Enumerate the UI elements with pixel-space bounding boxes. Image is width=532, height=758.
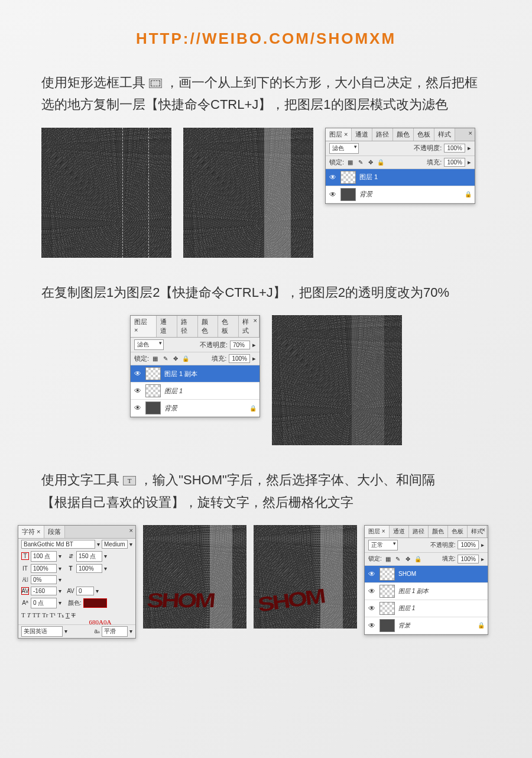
lock-transparent-icon[interactable]: ▦ [346,158,354,166]
lock-transparent-icon[interactable]: ▦ [151,355,159,362]
lock-brush-icon[interactable]: ✎ [161,355,169,362]
panel-tab[interactable]: 路径 [372,128,393,141]
tracking-input[interactable]: -160 [31,587,57,595]
kerning-icon: AV [67,587,74,595]
visibility-eye-icon[interactable]: 👁 [329,190,337,199]
visibility-eye-icon[interactable]: 👁 [134,387,142,395]
lock-all-icon[interactable]: 🔒 [414,555,422,563]
layer-name: 图层 1 副本 [398,587,429,595]
fill-input[interactable]: 100% [444,158,465,167]
panel-tab[interactable]: 通道 [352,128,372,141]
asphalt-shom-2: SHOM [254,525,357,629]
lock-move-icon[interactable]: ✥ [404,555,412,563]
layer-row[interactable]: 👁背景🔒 [326,186,475,203]
panel-tabs: 图层 ×通道路径颜色色板样式× [131,316,259,338]
layer-row[interactable]: 👁SHOM [365,566,488,583]
lock-brush-icon[interactable]: ✎ [356,158,364,166]
lock-move-icon[interactable]: ✥ [171,355,179,362]
layer-thumbnail [145,401,161,414]
font-family-select[interactable]: BankGothic Md BT [21,540,95,549]
fill-input[interactable]: 100% [458,555,479,563]
lock-row: 锁定:▦✎✥🔒填充:100%▸ [326,156,475,169]
layer-name: SHOM [398,571,416,577]
lock-label: 锁定: [329,158,344,167]
panel-tab[interactable]: 颜色 [393,128,414,141]
leading-input[interactable]: 150 点 [76,551,102,562]
char-tab[interactable]: 字符 × [18,526,44,538]
kerning-input[interactable]: 0 [76,587,94,595]
lock-all-icon[interactable]: 🔒 [181,355,189,362]
visibility-eye-icon[interactable]: 👁 [368,587,376,595]
panel-tab[interactable]: 通道 [390,526,409,537]
close-icon[interactable]: × [254,317,257,324]
blend-row: 正常不透明度:100%▸ [365,538,488,553]
panel-tab[interactable]: 样式 [434,128,455,141]
opacity-input[interactable]: 100% [444,144,465,153]
visibility-eye-icon[interactable]: 👁 [134,370,142,378]
layer-row[interactable]: 👁图层 1 [326,169,475,186]
layer-row[interactable]: 👁背景🔒 [365,617,488,634]
layer-row[interactable]: 👁图层 1 副本 [365,583,488,600]
language-select[interactable]: 美国英语 [21,626,63,637]
panel-tab[interactable]: 通道 [157,316,177,337]
baseline-pct-input[interactable]: 0% [31,575,57,584]
layer-row[interactable]: 👁背景🔒 [131,400,259,417]
hscale-icon: T [67,565,74,572]
panel-tab[interactable]: 色板 [448,526,468,537]
lock-all-icon[interactable]: 🔒 [377,158,384,166]
layers-panel-3: 图层 ×通道路径颜色色板样式×正常不透明度:100%▸锁定:▦✎✥🔒填充:100… [364,525,488,635]
panel-tab[interactable]: 路径 [177,316,198,337]
opacity-arrow-icon[interactable]: ▸ [481,542,484,548]
lock-move-icon[interactable]: ✥ [366,158,374,166]
antialias-select[interactable]: 平滑 [102,626,128,637]
lock-transparent-icon[interactable]: ▦ [384,555,392,563]
blend-mode-select[interactable]: 正常 [368,540,398,550]
panel-tab[interactable]: 图层 × [326,128,352,141]
layers-list: 👁SHOM👁图层 1 副本👁图层 1👁背景🔒 [365,566,488,634]
panel-tabs: 图层 ×通道路径颜色色板样式× [326,128,475,141]
fill-arrow-icon[interactable]: ▸ [468,158,471,166]
visibility-eye-icon[interactable]: 👁 [134,404,142,412]
visibility-eye-icon[interactable]: 👁 [368,570,376,578]
step1-text: 使用矩形选框工具 ，画一个从上到下的长方形，大小自己决定，然后把框选的地方复制一… [0,66,532,128]
layer-thumbnail [379,585,395,598]
visibility-eye-icon[interactable]: 👁 [368,621,376,630]
opacity-arrow-icon[interactable]: ▸ [252,341,256,349]
blend-mode-select[interactable]: 滤色 [329,143,359,154]
fill-arrow-icon[interactable]: ▸ [481,556,484,562]
layer-row[interactable]: 👁图层 1 [131,383,259,400]
lock-brush-icon[interactable]: ✎ [394,555,402,563]
step3-text-b: ，输入"SHOM"字后，然后选择字体、大小、和间隔 [140,472,435,487]
step3-text-a: 使用文字工具 [41,472,119,487]
panel-tab[interactable]: 路径 [409,526,429,537]
text-color-swatch[interactable] [83,598,107,608]
panel-tab[interactable]: 颜色 [429,526,448,537]
opacity-input[interactable]: 70% [230,341,250,349]
opacity-input[interactable]: 100% [458,540,479,549]
layer-row[interactable]: 👁图层 1 [365,600,488,617]
hscale-input[interactable]: 100% [76,564,102,573]
close-icon[interactable]: × [469,129,472,137]
visibility-eye-icon[interactable]: 👁 [329,173,337,182]
fill-input[interactable]: 100% [229,354,250,363]
font-weight-select[interactable]: Medium [102,540,128,549]
blend-mode-select[interactable]: 滤色 [134,339,164,350]
type-style-buttons: T T TT Tr T¹ T₁ T T680A0A [18,610,135,621]
panel-tab[interactable]: 色板 [218,316,239,337]
close-icon[interactable]: × [482,527,485,533]
fill-arrow-icon[interactable]: ▸ [252,355,256,362]
layers-list: 👁图层 1👁背景🔒 [326,169,475,203]
layer-row[interactable]: 👁图层 1 副本 [131,365,259,383]
baseline-shift-input[interactable]: 0 点 [31,598,57,608]
panel-tab[interactable]: 图层 × [365,526,390,537]
close-icon[interactable]: × [129,527,133,534]
vscale-input[interactable]: 100% [31,564,57,573]
fill-label: 填充: [212,354,226,363]
panel-tab[interactable]: 色板 [414,128,434,141]
panel-tab[interactable]: 图层 × [131,316,157,337]
panel-tab[interactable]: 颜色 [198,316,219,337]
opacity-arrow-icon[interactable]: ▸ [468,144,471,152]
char-tab[interactable]: 段落 [44,526,65,538]
visibility-eye-icon[interactable]: 👁 [368,604,376,613]
font-size-input[interactable]: 100 点 [31,551,57,562]
